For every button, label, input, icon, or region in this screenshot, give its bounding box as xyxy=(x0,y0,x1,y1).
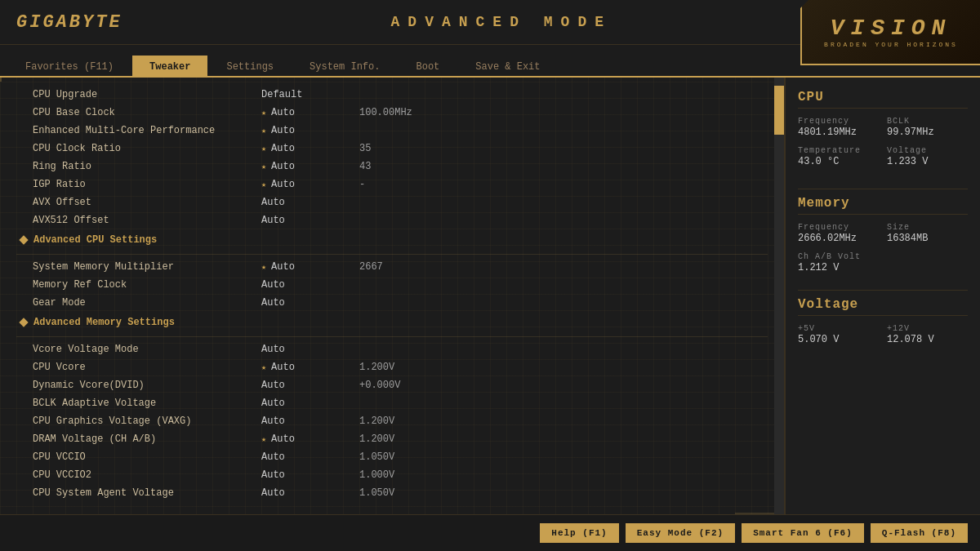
sidebar-cpu-freq: Frequency 4801.19MHz xyxy=(798,117,879,138)
setting-value-cpu-clock-ratio: ★ Auto xyxy=(261,143,359,154)
qflash-button[interactable]: Q-Flash (F8) xyxy=(871,523,968,543)
scrollbar-thumb[interactable] xyxy=(774,86,784,135)
list-item[interactable]: System Memory Multiplier ★ Auto 2667 xyxy=(0,258,784,276)
setting-value-gear-mode: Auto xyxy=(261,297,359,309)
sidebar-mem-freq-value: 2666.02MHz xyxy=(798,233,879,244)
help-button[interactable]: Help (F1) xyxy=(540,523,618,543)
setting-extra-vccio: 1.050V xyxy=(359,451,394,463)
list-item[interactable]: CPU System Agent Voltage Auto 1.050V xyxy=(0,484,784,502)
section-header-memory[interactable]: Advanced Memory Settings xyxy=(0,312,784,333)
tab-settings[interactable]: Settings xyxy=(209,56,291,78)
tab-sysinfo[interactable]: System Info. xyxy=(292,56,397,78)
sidebar-mem-size-label: Size xyxy=(887,223,968,232)
star-icon: ★ xyxy=(261,162,266,171)
list-item[interactable]: Vcore Voltage Mode Auto xyxy=(0,340,784,358)
section-bullet-icon xyxy=(19,235,28,244)
sidebar-mem-size-value: 16384MB xyxy=(887,233,968,244)
separator xyxy=(16,254,768,255)
tab-favorites[interactable]: Favorites (F11) xyxy=(8,56,131,78)
vision-logo: VISION BROADEN YOUR HORIZONS xyxy=(800,0,980,65)
list-item[interactable]: Gear Mode Auto xyxy=(0,294,784,312)
setting-value-vccio2: Auto xyxy=(261,469,359,481)
list-item[interactable]: CPU Vcore ★ Auto 1.200V xyxy=(0,358,784,376)
setting-label-gear-mode: Gear Mode xyxy=(33,297,261,309)
logo-area: GIGABYTE xyxy=(0,6,139,39)
setting-extra-cpu-clock-ratio: 35 xyxy=(359,143,371,154)
setting-value-ring-ratio: ★ Auto xyxy=(261,161,359,172)
setting-label-dvid: Dynamic Vcore(DVID) xyxy=(33,380,261,391)
setting-value-vaxg: Auto xyxy=(261,415,359,427)
setting-label-vccio: CPU VCCIO xyxy=(33,451,261,463)
sidebar-cpu-temp-value: 43.0 °C xyxy=(798,156,879,167)
page-title: ADVANCED MODE xyxy=(391,14,612,30)
easy-mode-button[interactable]: Easy Mode (F2) xyxy=(626,523,735,543)
list-item[interactable]: DRAM Voltage (CH A/B) ★ Auto 1.200V xyxy=(0,430,784,448)
setting-value-cpu-vcore: ★ Auto xyxy=(261,362,359,373)
sidebar-volt-12v-value: 12.078 V xyxy=(887,334,968,345)
list-item[interactable]: CPU Base Clock ★ Auto 100.00MHz xyxy=(0,104,784,122)
setting-label-mem-ref-clock: Memory Ref Clock xyxy=(33,279,261,291)
list-item[interactable]: CPU VCCIO Auto 1.050V xyxy=(0,448,784,466)
list-item[interactable]: Ring Ratio ★ Auto 43 xyxy=(0,158,784,176)
tab-tweaker[interactable]: Tweaker xyxy=(132,56,207,78)
sidebar-divider xyxy=(798,189,968,189)
right-sidebar: CPU Frequency 4801.19MHz BCLK 99.97MHz T… xyxy=(784,78,980,514)
setting-value-cpu-upgrade: Default xyxy=(261,89,359,100)
list-item[interactable]: BCLK Adaptive Voltage Auto xyxy=(0,394,784,412)
list-item[interactable]: CPU Graphics Voltage (VAXG) Auto 1.200V xyxy=(0,412,784,430)
brand-logo: GIGABYTE xyxy=(16,12,122,33)
tab-boot[interactable]: Boot xyxy=(399,56,457,78)
section-header-cpu[interactable]: Advanced CPU Settings xyxy=(0,229,784,251)
sidebar-cpu-freq-label: Frequency xyxy=(798,117,879,126)
sidebar-cpu-title: CPU xyxy=(798,90,968,109)
page-title-area: ADVANCED MODE xyxy=(139,14,864,30)
main-content: CPU Upgrade Default CPU Base Clock ★ Aut… xyxy=(0,78,784,514)
setting-extra-vccio2: 1.000V xyxy=(359,469,394,481)
list-item[interactable]: AVX512 Offset Auto xyxy=(0,211,784,229)
sidebar-voltage-section: Voltage +5V 5.070 V +12V 12.078 V xyxy=(798,297,968,350)
sidebar-memory-title: Memory xyxy=(798,196,968,215)
setting-value-dram-volt: ★ Auto xyxy=(261,433,359,445)
smart-fan-button[interactable]: Smart Fan 6 (F6) xyxy=(742,523,864,543)
star-icon: ★ xyxy=(261,108,266,118)
setting-label-sys-agent-volt: CPU System Agent Voltage xyxy=(33,487,261,499)
list-item[interactable]: IGP Ratio ★ Auto - xyxy=(0,176,784,193)
star-icon: ★ xyxy=(261,126,266,136)
scrollbar[interactable] xyxy=(774,78,784,514)
setting-extra-dram-volt: 1.200V xyxy=(359,433,394,445)
section-label-cpu: Advanced CPU Settings xyxy=(33,234,157,246)
list-item[interactable]: Enhanced Multi-Core Performance ★ Auto xyxy=(0,122,784,140)
sidebar-cpu-volt-value: 1.233 V xyxy=(887,156,968,167)
tab-save-exit[interactable]: Save & Exit xyxy=(458,56,557,78)
setting-value-sys-agent-volt: Auto xyxy=(261,487,359,499)
sidebar-cpu-section: CPU Frequency 4801.19MHz BCLK 99.97MHz T… xyxy=(798,90,968,172)
setting-label-cpu-upgrade: CPU Upgrade xyxy=(33,89,261,100)
sidebar-cpu-bclk-label: BCLK xyxy=(887,117,968,126)
list-item[interactable]: Memory Ref Clock Auto xyxy=(0,276,784,294)
sidebar-memory-section: Memory Frequency 2666.02MHz Size 16384MB… xyxy=(798,196,968,273)
sidebar-mem-chvolt-value: 1.212 V xyxy=(798,262,968,273)
list-item[interactable]: CPU Clock Ratio ★ Auto 35 xyxy=(0,140,784,158)
setting-label-igp-ratio: IGP Ratio xyxy=(33,179,261,190)
list-item[interactable]: CPU VCCIO2 Auto 1.000V xyxy=(0,466,784,484)
list-item[interactable]: Dynamic Vcore(DVID) Auto +0.000V xyxy=(0,376,784,394)
setting-value-mem-mult: ★ Auto xyxy=(261,261,359,273)
setting-value-vccio: Auto xyxy=(261,451,359,463)
sidebar-volt-5v: +5V 5.070 V xyxy=(798,324,879,345)
setting-value-mem-ref-clock: Auto xyxy=(261,279,359,291)
sidebar-cpu-bclk-value: 99.97MHz xyxy=(887,127,968,138)
setting-value-avx512-offset: Auto xyxy=(261,215,359,226)
setting-extra-ring-ratio: 43 xyxy=(359,161,371,172)
bottom-bar: Help (F1) Easy Mode (F2) Smart Fan 6 (F6… xyxy=(0,514,980,551)
sidebar-cpu-volt-label: Voltage xyxy=(887,146,968,155)
setting-value-avx-offset: Auto xyxy=(261,197,359,208)
setting-label-vaxg: CPU Graphics Voltage (VAXG) xyxy=(33,415,261,427)
sidebar-mem-chvolt-label: Ch A/B Volt xyxy=(798,252,968,261)
setting-label-cpu-vcore: CPU Vcore xyxy=(33,362,261,373)
section-bullet-icon xyxy=(19,318,28,327)
list-item[interactable]: CPU Upgrade Default xyxy=(0,86,784,104)
setting-label-bclk-adaptive: BCLK Adaptive Voltage xyxy=(33,398,261,409)
sidebar-cpu-volt: Voltage 1.233 V xyxy=(887,146,968,167)
setting-extra-dvid: +0.000V xyxy=(359,380,400,391)
list-item[interactable]: AVX Offset Auto xyxy=(0,193,784,211)
